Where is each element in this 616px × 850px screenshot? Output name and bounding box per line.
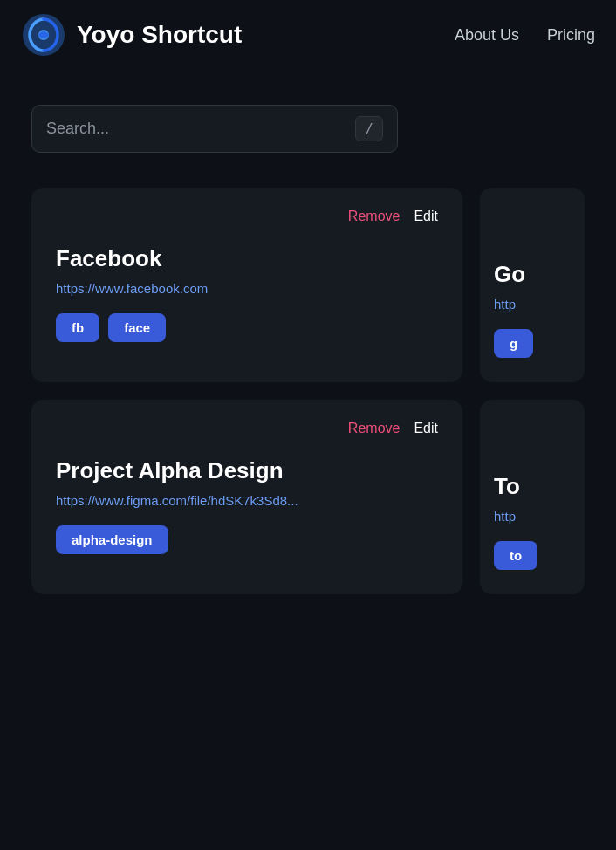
- search-kbd: /: [355, 116, 383, 141]
- cards-row-2: Remove Edit Project Alpha Design https:/…: [0, 400, 616, 612]
- logo-text: Yoyo Shortcut: [77, 21, 242, 49]
- nav-about[interactable]: About Us: [455, 26, 519, 45]
- search-box: /: [31, 105, 398, 153]
- card-alpha-url[interactable]: https://www.figma.com/file/hdSK7k3Sd8...: [56, 493, 438, 508]
- card-facebook-title: Facebook: [56, 245, 438, 272]
- remove-alpha-button[interactable]: Remove: [348, 421, 400, 436]
- card-alpha-actions: Remove Edit: [56, 421, 438, 436]
- card-facebook-actions: Remove Edit: [56, 209, 438, 224]
- card-google-url: http: [494, 297, 571, 312]
- edit-facebook-button[interactable]: Edit: [414, 209, 438, 224]
- search-container: /: [0, 70, 616, 170]
- card-facebook: Remove Edit Facebook https://www.faceboo…: [31, 188, 462, 382]
- shortcut-tag-alpha-design[interactable]: alpha-design: [56, 525, 168, 554]
- remove-facebook-button[interactable]: Remove: [348, 209, 400, 224]
- card-google-title: Go: [494, 261, 571, 288]
- search-input[interactable]: [46, 120, 345, 138]
- card-google-shortcuts: g: [494, 329, 571, 358]
- card-todo-shortcuts: to: [494, 541, 571, 570]
- shortcut-tag-to[interactable]: to: [494, 541, 537, 570]
- card-project-alpha: Remove Edit Project Alpha Design https:/…: [31, 400, 462, 594]
- cards-row-1: Remove Edit Facebook https://www.faceboo…: [0, 170, 616, 400]
- nav-links: About Us Pricing: [455, 26, 595, 45]
- nav-pricing[interactable]: Pricing: [547, 26, 595, 45]
- card-todo-title: To: [494, 473, 571, 500]
- card-alpha-shortcuts: alpha-design: [56, 525, 438, 554]
- card-todo-partial: To http to: [480, 400, 585, 594]
- card-google-partial: Go http g: [480, 188, 585, 382]
- logo-icon: [21, 12, 66, 58]
- edit-alpha-button[interactable]: Edit: [414, 421, 438, 436]
- shortcut-tag-face[interactable]: face: [108, 313, 166, 342]
- card-facebook-url[interactable]: https://www.facebook.com: [56, 281, 438, 296]
- header: Yoyo Shortcut About Us Pricing: [0, 0, 616, 70]
- card-alpha-title: Project Alpha Design: [56, 457, 438, 484]
- shortcut-tag-g[interactable]: g: [494, 329, 533, 358]
- shortcut-tag-fb[interactable]: fb: [56, 313, 99, 342]
- card-todo-url: http: [494, 509, 571, 524]
- card-facebook-shortcuts: fb face: [56, 313, 438, 342]
- logo-area: Yoyo Shortcut: [21, 12, 242, 58]
